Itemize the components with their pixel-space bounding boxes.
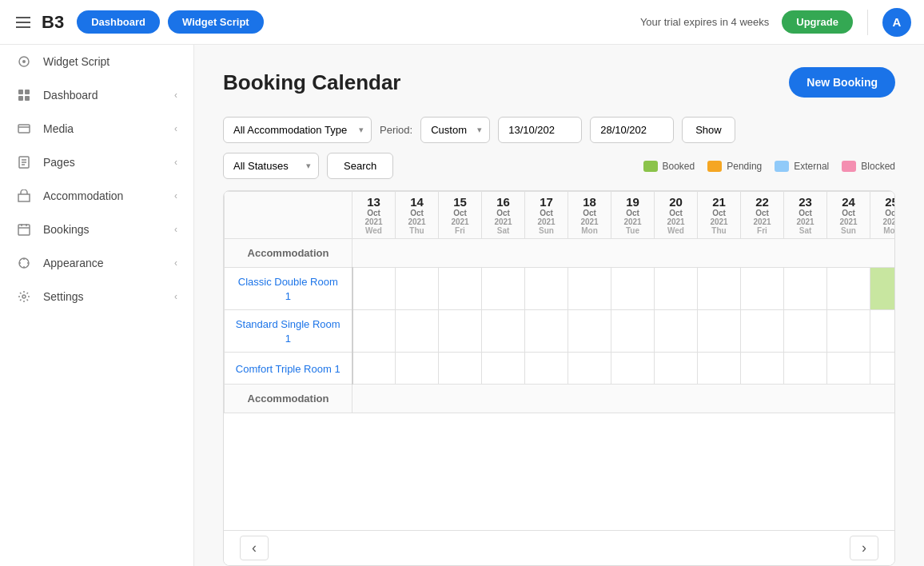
topbar: B3 Dashboard Widget Script Your trial ex… (0, 0, 924, 45)
booking-cell-empty (784, 353, 827, 385)
sidebar-item-accommodation[interactable]: Accommodation ‹ (0, 179, 193, 213)
booking-cell-empty (741, 268, 784, 310)
hamburger-button[interactable] (13, 14, 34, 31)
svg-rect-8 (18, 194, 30, 201)
legend: Booked Pending External Blocked (643, 161, 895, 172)
room-row-comfort-triple: Comfort Triple Room 1 (225, 353, 895, 385)
booking-cell-empty (396, 268, 439, 310)
booking-cell-57[interactable]: 57 (870, 268, 895, 310)
room-name-link[interactable]: Standard Single Room 1 (236, 318, 341, 345)
date-from-input[interactable] (498, 117, 582, 143)
sidebar-label-pages: Pages (43, 156, 163, 169)
dashboard-button[interactable]: Dashboard (77, 10, 160, 34)
widget-script-button[interactable]: Widget Script (168, 10, 264, 34)
sidebar-label-media: Media (43, 122, 163, 135)
filter-row-2: All Statuses ▾ Search Booked Pending (223, 153, 895, 179)
date-header-14: 14 Oct 2021 Thu (396, 192, 439, 239)
status-select[interactable]: All Statuses (223, 153, 319, 179)
date-to-input[interactable] (590, 117, 674, 143)
sidebar-item-widget-script[interactable]: Widget Script (0, 45, 193, 78)
accommodation-icon (16, 188, 32, 204)
booking-cell-empty (568, 310, 611, 353)
svg-rect-5 (25, 96, 30, 101)
room-row-classic-double: Classic Double Room 1 (225, 268, 895, 310)
svg-rect-9 (18, 225, 30, 235)
period-select[interactable]: Custom (420, 117, 490, 143)
sidebar-label-accommodation: Accommodation (43, 189, 163, 202)
booking-cell-empty (439, 310, 482, 353)
room-name-link[interactable]: Classic Double Room 1 (238, 276, 338, 302)
booking-cell-empty (439, 353, 482, 385)
trial-text: Your trial expires in 4 weeks (640, 16, 769, 28)
date-header-20: 20 Oct 2021 Wed (655, 192, 698, 239)
booking-cell-empty (611, 268, 655, 310)
booking-cell-empty (482, 353, 525, 385)
pages-icon (16, 154, 32, 170)
sidebar-label-widget-script: Widget Script (43, 55, 177, 68)
booking-cell-empty (352, 353, 396, 385)
external-color-swatch (775, 161, 789, 172)
search-button[interactable]: Search (327, 153, 393, 179)
calendar-header-row: 13 Oct 2021 Wed 14 Oct 2021 Thu (225, 192, 895, 239)
booking-cell-empty (870, 310, 895, 353)
booking-cell-empty (396, 310, 439, 353)
booking-cell-empty (611, 353, 655, 385)
sidebar-item-settings[interactable]: Settings ‹ (0, 280, 193, 313)
booking-cell-empty (784, 268, 827, 310)
booking-cell-empty (655, 310, 698, 353)
section-1-header-row: Accommodation (225, 239, 895, 268)
calendar-scroll[interactable]: 13 Oct 2021 Wed 14 Oct 2021 Thu (224, 191, 894, 530)
chevron-down-icon: ‹ (174, 257, 177, 269)
show-button[interactable]: Show (682, 117, 735, 143)
booking-cell-empty (827, 268, 870, 310)
chevron-down-icon: ‹ (174, 157, 177, 168)
upgrade-button[interactable]: Upgrade (782, 10, 853, 34)
room-name-link[interactable]: Comfort Triple Room 1 (236, 363, 341, 375)
booking-cell-empty (525, 268, 568, 310)
section-1-label-cell: Accommodation (225, 239, 352, 268)
room-header-cell (225, 192, 352, 239)
room-row-standard-single: Standard Single Room 1 (225, 310, 895, 353)
chevron-down-icon: ‹ (174, 291, 177, 302)
booking-cell-empty (741, 353, 784, 385)
svg-rect-4 (18, 96, 23, 101)
room-name-cell: Comfort Triple Room 1 (225, 353, 352, 385)
booking-cell-empty (611, 310, 655, 353)
booking-cell-empty (698, 353, 741, 385)
sidebar-item-pages[interactable]: Pages ‹ (0, 145, 193, 179)
date-header-24: 24 Oct 2021 Sun (827, 192, 870, 239)
legend-item-booked: Booked (643, 161, 695, 172)
booking-cell-empty (482, 268, 525, 310)
avatar[interactable]: A (882, 8, 911, 37)
new-booking-button[interactable]: New Booking (789, 67, 895, 98)
room-name-cell: Classic Double Room 1 (225, 268, 352, 310)
date-header-17: 17 Oct 2021 Sun (525, 192, 568, 239)
prev-page-button[interactable]: ‹ (240, 536, 269, 560)
booking-cell-empty (482, 310, 525, 353)
booking-cell-empty (568, 353, 611, 385)
date-header-23: 23 Oct 2021 Sat (784, 192, 827, 239)
booking-cell-empty (352, 310, 396, 353)
booking-cell-empty (827, 353, 870, 385)
widget-script-icon (16, 54, 32, 70)
status-select-wrapper: All Statuses ▾ (223, 153, 319, 179)
sidebar-item-bookings[interactable]: Bookings ‹ (0, 213, 193, 246)
room-name-cell: Standard Single Room 1 (225, 310, 352, 353)
sidebar-item-media[interactable]: Media ‹ (0, 112, 193, 145)
booking-cell-empty (827, 310, 870, 353)
sidebar-item-appearance[interactable]: Appearance ‹ (0, 246, 193, 280)
svg-rect-3 (25, 90, 30, 94)
settings-icon (16, 289, 32, 305)
legend-item-blocked: Blocked (842, 161, 895, 172)
accommodation-type-select[interactable]: All Accommodation Type (223, 117, 372, 143)
svg-rect-6 (18, 125, 30, 133)
sidebar-item-dashboard[interactable]: Dashboard ‹ (0, 78, 193, 112)
date-header-18: 18 Oct 2021 Mon (568, 192, 611, 239)
pagination: ‹ › (224, 530, 894, 565)
calendar-container: 13 Oct 2021 Wed 14 Oct 2021 Thu (223, 190, 895, 566)
next-page-button[interactable]: › (850, 536, 878, 560)
section-2-header-empty (352, 385, 895, 413)
date-header-16: 16 Oct 2021 Sat (482, 192, 525, 239)
date-header-15: 15 Oct 2021 Fri (439, 192, 482, 239)
sidebar-label-bookings: Bookings (43, 223, 163, 236)
